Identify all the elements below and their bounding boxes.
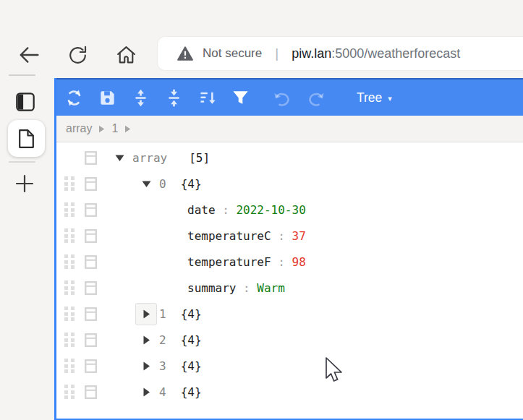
filter-icon (231, 88, 250, 108)
tree-row: 3{4} (56, 353, 523, 379)
node-count-badge: {4} (181, 359, 202, 373)
drag-handle[interactable] (63, 306, 76, 322)
expand-toggle[interactable] (135, 303, 157, 325)
key-value-separator: : (271, 229, 292, 243)
active-tab[interactable] (8, 120, 45, 157)
drag-handle[interactable] (63, 228, 76, 244)
url-path: :5000/weatherforecast (331, 46, 460, 61)
breadcrumb-item[interactable]: 1 (111, 122, 118, 135)
node-count-badge: {4} (181, 177, 202, 191)
row-select-icon[interactable] (85, 203, 98, 217)
drag-handle[interactable] (63, 332, 76, 348)
url-host: piw.lan (292, 46, 331, 61)
reload-button[interactable] (66, 43, 90, 67)
row-select-icon[interactable] (85, 333, 98, 347)
collapse-all-button[interactable] (163, 87, 184, 108)
row-select-icon[interactable] (85, 385, 98, 399)
tree-row: 0{4} (56, 171, 523, 197)
row-select-icon[interactable] (85, 229, 98, 243)
row-select-icon[interactable] (85, 307, 98, 321)
drag-handle[interactable] (63, 280, 76, 296)
save-icon (98, 88, 117, 108)
property-key[interactable]: temperatureF (187, 255, 271, 269)
arrow-left-icon (16, 42, 42, 68)
drag-handle[interactable] (63, 384, 76, 400)
home-icon (114, 43, 138, 67)
drag-handle[interactable] (63, 176, 76, 192)
editor-toolbar-buttons (63, 87, 338, 108)
expand-toggle[interactable] (135, 381, 157, 403)
sort-icon (197, 88, 217, 108)
url-text: piw.lan:5000/weatherforecast (292, 46, 460, 61)
json-editor: Tree ▾ array1 array[5]0{4}date : 2022-10… (54, 78, 523, 420)
not-secure-warning-icon (177, 46, 193, 61)
tree-row: array[5] (56, 145, 523, 171)
collapse-toggle[interactable] (135, 173, 157, 195)
save-button[interactable] (96, 87, 118, 108)
property-key[interactable]: date (187, 203, 216, 217)
row-select-icon[interactable] (85, 359, 98, 373)
node-count-badge: {4} (181, 385, 202, 399)
refresh-icon (64, 88, 84, 108)
tree-row: date : 2022-10-30 (56, 197, 523, 223)
property-value[interactable]: 37 (292, 229, 306, 243)
row-select-icon[interactable] (85, 177, 98, 191)
address-bar[interactable]: Not secure | piw.lan:5000/weatherforecas… (158, 37, 523, 70)
node-count-badge: {4} (181, 307, 202, 321)
breadcrumb: array1 (56, 116, 523, 142)
tree-row: 1{4} (56, 301, 523, 327)
expand-toggle[interactable] (135, 355, 157, 377)
property-value[interactable]: Warm (257, 281, 285, 295)
vertical-tabs-icon (16, 93, 35, 111)
property-value[interactable]: 98 (292, 255, 306, 269)
drag-handle[interactable] (63, 358, 76, 374)
mode-label: Tree (357, 90, 382, 106)
home-button[interactable] (114, 43, 138, 67)
editor-toolbar: Tree ▾ (56, 78, 523, 116)
expand-all-button[interactable] (129, 87, 151, 108)
breadcrumb-separator-icon (124, 124, 131, 133)
chevron-down-icon: ▾ (388, 93, 392, 103)
tree-row: 4{4} (56, 379, 523, 405)
breadcrumb-separator-icon (98, 124, 105, 133)
node-label: 3 (159, 359, 166, 373)
filter-button[interactable] (229, 87, 251, 108)
expand-toggle[interactable] (135, 329, 157, 351)
redo-icon (306, 88, 326, 108)
page-icon (19, 129, 34, 148)
property-key[interactable]: temperatureC (187, 229, 271, 243)
new-tab-button[interactable] (14, 173, 35, 194)
key-value-separator: : (216, 203, 237, 217)
sidebar-divider (9, 74, 35, 76)
mode-selector[interactable]: Tree ▾ (357, 90, 392, 106)
collapse-toggle[interactable] (109, 147, 130, 169)
property-value[interactable]: 2022-10-30 (236, 203, 305, 217)
redo-button[interactable] (305, 87, 326, 108)
row-select-icon[interactable] (85, 281, 98, 295)
back-button[interactable] (16, 42, 42, 68)
undo-button[interactable] (271, 87, 293, 108)
tree-row: 2{4} (56, 327, 523, 353)
vertical-tabs-button[interactable] (16, 93, 35, 111)
property-key[interactable]: summary (187, 281, 236, 295)
key-value-separator: : (236, 281, 257, 295)
key-value-separator: : (271, 255, 292, 269)
tree-view: array[5]0{4}date : 2022-10-30temperature… (56, 142, 523, 419)
node-count-badge: {4} (181, 333, 202, 347)
node-label: 4 (159, 385, 166, 399)
refresh-button[interactable] (63, 87, 85, 108)
drag-handle[interactable] (63, 202, 76, 218)
expand-all-icon (131, 88, 150, 108)
node-label: array (132, 151, 167, 165)
undo-icon (273, 88, 292, 108)
breadcrumb-item[interactable]: array (66, 122, 92, 135)
node-label: 2 (159, 333, 166, 347)
reload-icon (66, 43, 90, 67)
sort-button[interactable] (196, 87, 218, 108)
tree-row: temperatureF : 98 (56, 249, 523, 275)
node-label: 1 (159, 307, 166, 321)
row-select-icon[interactable] (85, 151, 98, 165)
drag-handle[interactable] (63, 254, 76, 270)
row-select-icon[interactable] (85, 255, 98, 269)
address-separator: | (275, 46, 278, 61)
